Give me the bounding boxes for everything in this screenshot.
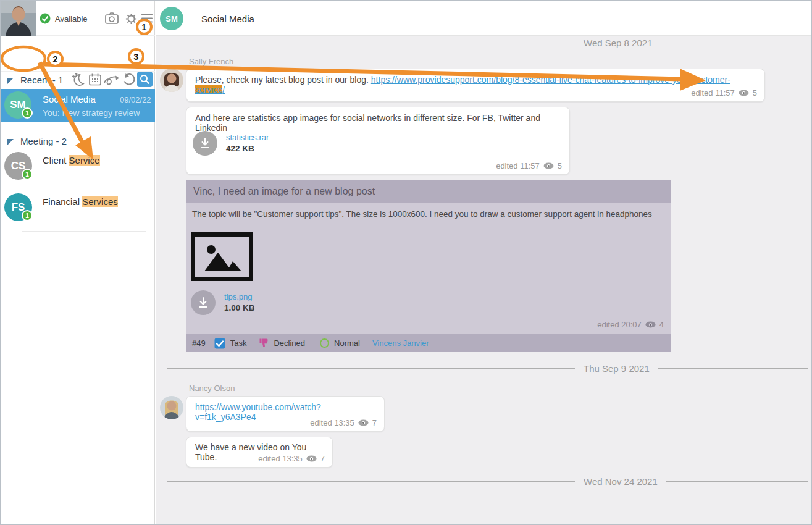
edited-timestamp: edited 11:57 — [496, 161, 540, 170]
edited-timestamp: edited 13:35 — [258, 454, 303, 463]
conversation-date: 09/02/22 — [120, 95, 151, 104]
priority-normal-icon — [320, 338, 329, 348]
message-bubble: We have a new video on You Tube. edited … — [186, 437, 333, 468]
link-text: / — [222, 85, 225, 94]
youtube-link[interactable]: https://www.youtube.com/watch?v=f1k_y6A3… — [195, 402, 321, 422]
views-count: 5 — [558, 161, 562, 170]
message-footer: edited 13:35 7 — [310, 418, 377, 427]
task-status-label: Declined — [274, 338, 305, 348]
section-expand-triangle-icon[interactable] — [7, 139, 14, 146]
conversation-title: Client Service — [43, 155, 100, 166]
conversation-title: Financial Services — [43, 196, 118, 207]
search-highlight: Services — [82, 196, 118, 207]
sender-name: Nancy Olson — [189, 384, 235, 393]
date-separator: Wed Nov 24 2021 — [167, 476, 808, 487]
task-body: The topic will be "Customer support tips… — [186, 203, 671, 334]
forward-jump-icon[interactable] — [103, 73, 120, 87]
link-text: https://www.providesupport.com/blog/8-es… — [371, 75, 730, 85]
divider — [22, 190, 146, 190]
message-bubble: https://www.youtube.com/watch?v=f1k_y6A3… — [186, 396, 385, 432]
search-button-active[interactable] — [137, 72, 153, 87]
conversation-financial-services[interactable]: FS 1 Financial Services — [1, 191, 155, 232]
message-footer: edited 11:57 5 — [691, 88, 757, 98]
annotation-step-3: 3 — [128, 48, 144, 65]
task-type-label: Task — [230, 338, 247, 348]
search-highlight: Service — [69, 155, 100, 166]
task-description: The topic will be "Customer support tips… — [186, 203, 671, 219]
title-text: Client — [43, 155, 69, 166]
task-checkbox-icon[interactable] — [214, 338, 225, 349]
download-icon[interactable] — [193, 131, 217, 156]
task-meta-bar: #49 Task Declined Normal Vincens Janvier — [186, 334, 671, 352]
task-id: #49 — [192, 338, 206, 348]
task-priority-label: Normal — [334, 338, 360, 348]
file-size: 422 KB — [226, 144, 269, 153]
chat-title: Social Media — [201, 14, 254, 24]
task-card[interactable]: Vinc, I need an image for a new blog pos… — [186, 180, 671, 352]
unread-badge: 1 — [22, 169, 33, 180]
conversation-social-media[interactable]: SM 1 Social Media 09/02/22 You: New stra… — [1, 89, 155, 122]
views-eye-icon — [306, 455, 317, 462]
available-status-icon — [40, 13, 51, 24]
section-header-meeting[interactable]: Meeting - 2 — [20, 136, 67, 146]
date-separator-label: Thu Sep 9 2021 — [584, 363, 650, 374]
sender-avatar — [160, 396, 183, 419]
edited-timestamp: edited 11:57 — [691, 88, 735, 98]
views-eye-icon — [739, 90, 749, 96]
file-size: 1.00 KB — [224, 303, 255, 313]
file-name[interactable]: statistics.rar — [226, 133, 269, 142]
views-count: 7 — [320, 454, 325, 463]
snapshot-camera-icon[interactable] — [104, 12, 119, 25]
do-not-disturb-moon-icon[interactable] — [70, 72, 85, 87]
date-separator-label: Wed Sep 8 2021 — [584, 38, 652, 48]
calendar-icon[interactable] — [88, 73, 102, 86]
status-label: Available — [55, 14, 88, 23]
section-header-recent[interactable]: Recent - 1 — [20, 75, 63, 85]
message-text: Please, check my latest blog post in our… — [186, 69, 764, 94]
conversation-title: Social Media — [43, 94, 96, 104]
date-separator-label: Wed Nov 24 2021 — [584, 476, 658, 487]
views-eye-icon — [645, 321, 656, 328]
file-name[interactable]: tips.png — [224, 292, 255, 301]
avatar-initials: SM — [165, 14, 178, 23]
message-footer: edited 11:57 5 — [496, 161, 562, 170]
file-attachment[interactable]: tips.png 1.00 KB — [191, 290, 255, 315]
message-plain-text: Please, check my latest blog post in our… — [195, 75, 371, 85]
views-count: 4 — [659, 320, 664, 329]
task-title: Vinc, I need an image for a new blog pos… — [186, 180, 671, 203]
broken-image-icon — [191, 232, 253, 281]
views-eye-icon — [358, 419, 369, 426]
message-bubble: Please, check my latest blog post in our… — [186, 69, 765, 102]
history-icon[interactable] — [122, 73, 136, 86]
user-avatar[interactable] — [1, 1, 36, 36]
file-attachment[interactable]: statistics.rar 422 KB — [193, 131, 269, 156]
search-highlight-active: service — [195, 85, 222, 94]
annotation-step-2: 2 — [47, 51, 64, 67]
conversation-preview: You: New strategy review — [43, 108, 140, 118]
declined-thumbs-down-icon — [259, 338, 269, 348]
views-count: 5 — [753, 88, 757, 98]
message-bubble: And here are statistics app images for s… — [186, 107, 570, 175]
profile-bar: Available — [1, 1, 155, 36]
sidebar: Available — [1, 1, 155, 524]
divider — [22, 231, 146, 232]
date-separator: Thu Sep 9 2021 — [167, 363, 808, 374]
app-window: Available — [0, 0, 812, 525]
edited-timestamp: edited 13:35 — [310, 418, 354, 427]
sender-name: Sally French — [189, 57, 233, 66]
download-icon[interactable] — [191, 290, 216, 315]
views-eye-icon — [543, 162, 554, 169]
message-text: And here are statistics app images for s… — [186, 107, 569, 133]
task-assignee-link[interactable]: Vincens Janvier — [372, 338, 429, 348]
unread-badge: 1 — [22, 210, 33, 221]
conversation-client-service[interactable]: CS 1 Client Service — [1, 151, 155, 190]
views-count: 7 — [372, 418, 377, 427]
message-footer: edited 20:07 4 — [597, 320, 664, 329]
edited-timestamp: edited 20:07 — [597, 320, 642, 329]
sender-avatar — [160, 69, 183, 92]
presence-status[interactable]: Available — [40, 13, 88, 24]
section-expand-triangle-icon[interactable] — [7, 78, 14, 85]
search-icon — [140, 74, 150, 85]
date-separator: Wed Sep 8 2021 — [167, 38, 808, 48]
annotation-step-1: 1 — [136, 19, 153, 35]
